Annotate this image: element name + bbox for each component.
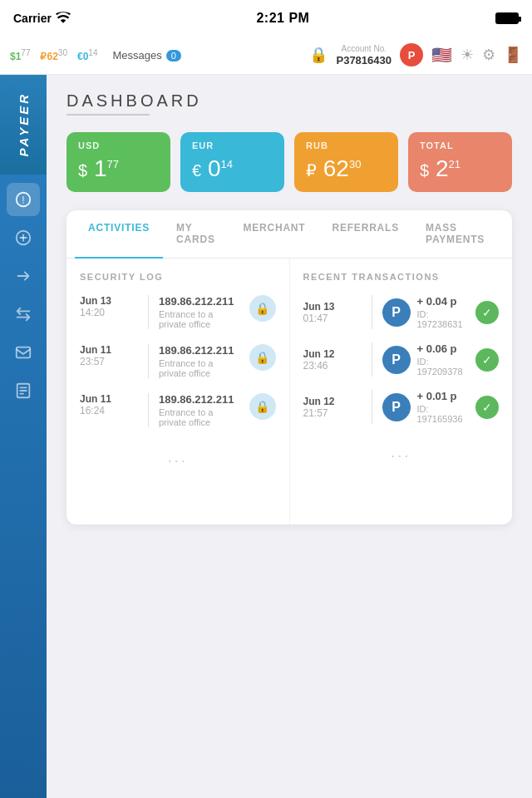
svg-text:!: ! xyxy=(22,195,24,206)
trans-id-0: ID: 197238631 xyxy=(417,309,470,329)
usd-balance: $177 xyxy=(10,48,30,62)
recent-transactions-title: RECENT TRANSACTIONS xyxy=(303,272,500,282)
trans-divider-1 xyxy=(372,342,372,377)
svg-rect-5 xyxy=(17,347,31,358)
sidebar: PAYEER ! xyxy=(0,75,47,798)
trans-date-2: Jun 12 xyxy=(303,396,362,407)
trans-amount-1: + 0.06 p xyxy=(417,342,470,355)
account-number-block: Account No. P37816430 xyxy=(336,43,392,68)
trans-amount-0: + 0.04 p xyxy=(417,295,470,308)
transaction-item-2: Jun 12 21:57 P + 0.01 p ID: 197165936 ✓ xyxy=(303,390,500,424)
trans-date-time-1: Jun 12 23:46 xyxy=(303,348,362,372)
wifi-icon xyxy=(56,12,71,26)
account-lock-icon: 🔒 xyxy=(309,46,328,64)
lock-icon-1: 🔒 xyxy=(249,344,276,371)
sidebar-item-add[interactable] xyxy=(7,221,40,254)
payeer-icon-2: P xyxy=(382,393,411,421)
transaction-item-1: Jun 12 23:46 P + 0.06 p ID: 197209378 ✓ xyxy=(303,342,500,377)
trans-date-time-2: Jun 12 21:57 xyxy=(303,396,362,419)
trans-time-0: 01:47 xyxy=(303,313,362,324)
sidebar-item-messages[interactable] xyxy=(7,336,40,369)
log-item-1: Jun 11 23:57 189.86.212.211 Entrance to … xyxy=(80,344,276,378)
trans-check-1: ✓ xyxy=(475,348,499,372)
trans-info-2: + 0.01 p ID: 197165936 xyxy=(417,390,470,424)
log-ip-1: 189.86.212.211 xyxy=(159,344,243,357)
messages-badge[interactable]: Messages 0 xyxy=(112,49,180,62)
rub-label: RUB xyxy=(306,140,387,150)
total-label: TOTAL xyxy=(420,140,500,150)
messages-count: 0 xyxy=(166,50,181,62)
log-date-time-1: Jun 11 23:57 xyxy=(80,344,138,367)
trans-time-1: 23:46 xyxy=(303,360,362,372)
log-info-1: 189.86.212.211 Entrance to a private off… xyxy=(159,344,243,378)
lock-icon-2: 🔒 xyxy=(249,393,276,420)
main-content: DASHBOARD USD $ 177 EUR € 014 RUB ₽ 6230 xyxy=(47,75,532,798)
messages-label: Messages xyxy=(112,49,161,62)
sidebar-item-send[interactable] xyxy=(7,259,40,293)
transactions-more[interactable]: ... xyxy=(303,437,500,468)
sidebar-item-exchange[interactable] xyxy=(7,298,40,331)
tab-mass-payments[interactable]: MASS PAYMENTS xyxy=(412,210,504,259)
trans-amount-2: + 0.01 p xyxy=(417,390,470,402)
rub-value: ₽ 6230 xyxy=(306,155,387,182)
rub-balance: ₽6230 xyxy=(40,48,66,62)
tab-content: SECURITY LOG Jun 13 14:20 189.86.212.211… xyxy=(66,259,512,525)
trans-date-0: Jun 13 xyxy=(303,301,362,313)
eur-card: EUR € 014 xyxy=(180,132,284,192)
payeer-icon-0: P xyxy=(382,298,411,327)
log-date-2: Jun 11 xyxy=(80,393,138,405)
trans-divider-0 xyxy=(372,295,372,329)
security-log: SECURITY LOG Jun 13 14:20 189.86.212.211… xyxy=(66,259,290,525)
tab-merchant[interactable]: MERCHANT xyxy=(229,210,318,259)
trans-date-time-0: Jun 13 01:47 xyxy=(303,301,362,324)
log-item-2: Jun 11 16:24 189.86.212.211 Entrance to … xyxy=(80,393,276,427)
security-log-title: SECURITY LOG xyxy=(80,272,276,282)
brightness-icon[interactable]: ☀ xyxy=(461,46,474,64)
account-label: Account No. xyxy=(336,43,392,54)
tabs-container: ACTIVITIES MY CARDS MERCHANT REFERRALS M… xyxy=(66,210,512,525)
usd-value: $ 177 xyxy=(78,155,159,182)
log-divider-1 xyxy=(148,344,149,378)
eur-value: € 014 xyxy=(192,155,273,182)
sidebar-item-notifications[interactable]: ! xyxy=(7,183,40,216)
trans-check-2: ✓ xyxy=(475,396,499,419)
trans-time-2: 21:57 xyxy=(303,407,362,419)
log-time-2: 16:24 xyxy=(80,405,138,416)
log-ip-2: 189.86.212.211 xyxy=(159,393,243,406)
total-card: TOTAL $ 221 xyxy=(408,132,512,192)
battery-icon xyxy=(495,12,519,24)
tab-my-cards[interactable]: MY CARDS xyxy=(163,210,229,259)
total-value: $ 221 xyxy=(420,155,500,182)
trans-check-0: ✓ xyxy=(475,301,499,324)
log-desc-0: Entrance to a private office xyxy=(159,309,243,329)
balance-cards: USD $ 177 EUR € 014 RUB ₽ 6230 TOTAL xyxy=(66,132,512,192)
sidebar-item-history[interactable] xyxy=(7,374,40,407)
security-log-more[interactable]: ... xyxy=(80,442,276,473)
trans-id-1: ID: 197209378 xyxy=(417,357,470,377)
settings-icon[interactable]: ⚙ xyxy=(482,46,495,64)
title-underline xyxy=(66,114,150,116)
flag-icon[interactable]: 🇺🇸 xyxy=(431,45,452,65)
log-date-0: Jun 13 xyxy=(80,295,138,307)
tab-activities[interactable]: ACTIVITIES xyxy=(75,210,163,259)
log-info-0: 189.86.212.211 Entrance to a private off… xyxy=(159,295,243,329)
trans-divider-2 xyxy=(372,390,372,424)
lock-icon-0: 🔒 xyxy=(249,295,276,322)
sidebar-nav: ! xyxy=(0,175,47,407)
top-header: $177 ₽6230 €014 Messages 0 🔒 Account No.… xyxy=(0,37,532,75)
payeer-logo-icon[interactable]: P xyxy=(400,43,423,66)
top-icons: P 🇺🇸 ☀ ⚙ 🚪 xyxy=(400,43,522,66)
log-info-2: 189.86.212.211 Entrance to a private off… xyxy=(159,393,243,427)
log-ip-0: 189.86.212.211 xyxy=(159,295,243,308)
rub-card: RUB ₽ 6230 xyxy=(294,132,398,192)
main-layout: PAYEER ! xyxy=(0,75,532,798)
tab-referrals[interactable]: REFERRALS xyxy=(318,210,412,259)
log-time-1: 23:57 xyxy=(80,356,138,367)
log-divider-2 xyxy=(148,393,149,427)
exit-icon[interactable]: 🚪 xyxy=(504,46,522,64)
status-time: 2:21 PM xyxy=(256,11,309,26)
log-desc-1: Entrance to a private office xyxy=(159,358,243,378)
tabs-header: ACTIVITIES MY CARDS MERCHANT REFERRALS M… xyxy=(66,210,512,259)
eur-balance: €014 xyxy=(77,48,97,62)
dashboard-title: DASHBOARD xyxy=(66,91,512,111)
